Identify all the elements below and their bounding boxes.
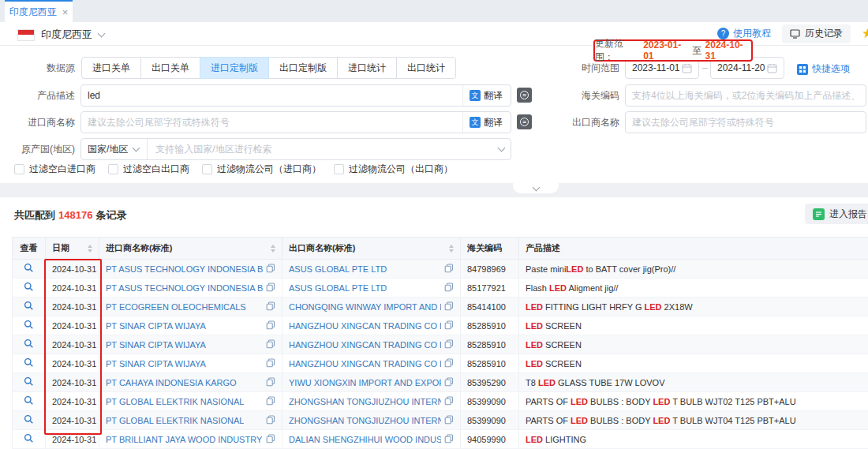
data-source-option[interactable]: 进口定制版 <box>200 57 269 79</box>
translate-button[interactable]: 文 翻译 <box>462 112 504 133</box>
copy-icon[interactable] <box>444 396 454 407</box>
data-source-group: 进口关单出口关单进口定制版出口定制版进口统计出口统计 <box>81 57 456 79</box>
importer-name-input[interactable]: 建议去除公司尾部字符或特殊符号 文 翻译 <box>80 111 511 133</box>
copy-icon[interactable] <box>444 264 454 275</box>
enter-report-button[interactable]: 进入报告 <box>805 204 868 224</box>
importer-link[interactable]: PT GLOBAL ELEKTRIK NASIONAL <box>106 397 244 406</box>
product-desc-input[interactable]: led 文 翻译 <box>80 84 511 107</box>
data-source-option[interactable]: 进口关单 <box>81 57 141 79</box>
product-desc-cell: PARTS OF LED BULBS : BODY LED T BULB WJT… <box>519 392 868 411</box>
view-record-button[interactable] <box>24 433 34 443</box>
view-record-button[interactable] <box>24 395 34 406</box>
copy-icon[interactable] <box>266 264 275 275</box>
table-row: 2024-10-31PT ECOGREEN OLEOCHEMICALSCHONG… <box>13 297 868 316</box>
copy-icon[interactable] <box>444 320 454 331</box>
hs-code-cell: 85414100 <box>461 297 519 316</box>
origin-country-input[interactable]: 国家/地区 支持输入国家/地区进行检索 <box>80 138 511 160</box>
exporter-name-input[interactable]: 建议去除公司尾部字符或特殊符号 <box>625 111 866 133</box>
filter-checkbox[interactable]: 过滤物流公司（出口商） <box>334 163 453 176</box>
exact-match-icon[interactable]: = <box>517 114 532 129</box>
favorite-star-icon[interactable]: ★ <box>862 25 868 42</box>
view-record-button[interactable] <box>24 320 34 330</box>
copy-icon[interactable] <box>444 339 454 350</box>
hs-code-input[interactable]: 支持4位以上海关编码，或2位海关编码加上产品描述、企业名称的任意信息 <box>625 84 866 107</box>
data-source-option[interactable]: 出口关单 <box>140 57 200 79</box>
importer-link[interactable]: PT SINAR CIPTA WIJAYA <box>106 340 206 350</box>
sort-caret-icon[interactable] <box>449 245 454 253</box>
copy-icon[interactable] <box>444 434 454 445</box>
column-header[interactable]: 日期 <box>46 238 99 260</box>
translate-icon: 文 <box>470 90 481 101</box>
quick-options-button[interactable]: 快捷选项 <box>797 62 850 76</box>
exporter-link[interactable]: HANGZHOU XINGCAN TRADING CO LTD <box>289 359 441 369</box>
collapse-panel-handle[interactable] <box>513 183 559 193</box>
sort-caret-icon[interactable] <box>271 245 275 253</box>
history-button[interactable]: 历史记录 <box>782 24 851 43</box>
data-source-option[interactable]: 出口定制版 <box>268 57 338 79</box>
importer-link[interactable]: PT ECOGREEN OLEOCHEMICALS <box>106 302 246 312</box>
table-row: 2024-10-31PT ASUS TECHNOLOGY INDONESIA B… <box>13 279 868 297</box>
view-record-button[interactable] <box>24 376 34 387</box>
importer-link[interactable]: PT CAHAYA INDONESIA KARGO <box>106 378 237 387</box>
tutorial-icon: ? <box>717 28 729 39</box>
filter-checkbox[interactable]: 过滤空白出口商 <box>108 163 189 176</box>
view-record-button[interactable] <box>24 414 34 425</box>
copy-icon[interactable] <box>266 339 275 350</box>
filter-checkbox[interactable]: 过滤空白进口商 <box>14 163 95 176</box>
grid-icon <box>797 64 808 75</box>
copy-icon[interactable] <box>444 282 454 294</box>
country-selector[interactable]: 印度尼西亚 <box>17 28 104 42</box>
copy-icon[interactable] <box>266 377 275 388</box>
view-record-button[interactable] <box>24 339 34 349</box>
product-desc-cell: LED LIGHTING <box>519 430 868 449</box>
copy-icon[interactable] <box>444 415 454 426</box>
filter-checkbox[interactable]: 过滤物流公司（进口商） <box>202 163 321 176</box>
importer-link[interactable]: PT ASUS TECHNOLOGY INDONESIA BA... <box>106 264 263 274</box>
tab-close-icon[interactable]: × <box>62 7 69 17</box>
translate-button[interactable]: 文 翻译 <box>462 85 504 106</box>
column-header[interactable]: 进口商名称(标准) <box>99 238 282 260</box>
importer-link[interactable]: PT SINAR CIPTA WIJAYA <box>106 359 206 369</box>
tab-indonesia[interactable]: 印度尼西亚 × <box>5 0 73 22</box>
exporter-link[interactable]: ZHONGSHAN TONGJIUZHOU INTERNA... <box>289 416 441 425</box>
sort-caret-icon[interactable] <box>88 245 92 253</box>
tutorial-link[interactable]: ? 使用教程 <box>717 27 771 40</box>
view-record-button[interactable] <box>24 263 34 273</box>
copy-icon[interactable] <box>266 434 275 445</box>
copy-icon[interactable] <box>444 301 454 312</box>
column-header[interactable]: 出口商名称(标准) <box>282 238 461 260</box>
importer-link[interactable]: PT ASUS TECHNOLOGY INDONESIA BA... <box>106 283 263 293</box>
importer-link[interactable]: PT SINAR CIPTA WIJAYA <box>106 321 206 331</box>
exporter-link[interactable]: ASUS GLOBAL PTE LTD <box>289 264 387 274</box>
exporter-link[interactable]: DALIAN SHENGZHIHUI WOOD INDUST... <box>289 435 441 444</box>
data-source-option[interactable]: 出口统计 <box>396 57 456 79</box>
records-table: 查看日期进口商名称(标准)出口商名称(标准)海关编码产品描述 2024-10-3… <box>12 237 868 449</box>
view-record-button[interactable] <box>24 357 34 368</box>
view-record-button[interactable] <box>24 301 34 311</box>
copy-icon[interactable] <box>266 415 275 426</box>
data-source-option[interactable]: 进口统计 <box>337 57 397 79</box>
copy-icon[interactable] <box>266 396 275 407</box>
chevron-down-icon <box>532 184 540 192</box>
copy-icon[interactable] <box>266 358 275 369</box>
importer-link[interactable]: PT BRILLIANT JAYA WOOD INDUSTRY <box>106 435 262 444</box>
table-row: 2024-10-31PT BRILLIANT JAYA WOOD INDUSTR… <box>13 430 868 449</box>
origin-country-select[interactable]: 国家/地区 <box>88 139 148 159</box>
exact-match-icon[interactable]: = <box>517 88 532 103</box>
view-record-button[interactable] <box>24 282 34 292</box>
exporter-link[interactable]: ZHONGSHAN TONGJIUZHOU INTERNA... <box>289 397 441 406</box>
copy-icon[interactable] <box>266 282 275 294</box>
product-desc-cell: PARTS OF LED BULBS : BODY LED T BULB WJT… <box>519 411 868 430</box>
exporter-link[interactable]: CHONGQING WINWAY IMPORT AND E... <box>289 302 441 312</box>
copy-icon[interactable] <box>444 377 454 388</box>
exporter-link[interactable]: ASUS GLOBAL PTE LTD <box>289 283 387 293</box>
exporter-link[interactable]: HANGZHOU XINGCAN TRADING CO LTD <box>289 321 441 331</box>
exporter-link[interactable]: HANGZHOU XINGCAN TRADING CO LTD <box>289 340 441 350</box>
copy-icon[interactable] <box>266 301 275 312</box>
date-cell: 2024-10-31 <box>46 354 99 373</box>
hs-code-cell: 85399090 <box>461 411 519 430</box>
copy-icon[interactable] <box>266 320 275 331</box>
copy-icon[interactable] <box>444 358 454 369</box>
exporter-link[interactable]: YIWU XIONGXIN IMPORT AND EXPORT... <box>289 378 441 387</box>
importer-link[interactable]: PT GLOBAL ELEKTRIK NASIONAL <box>106 416 244 425</box>
